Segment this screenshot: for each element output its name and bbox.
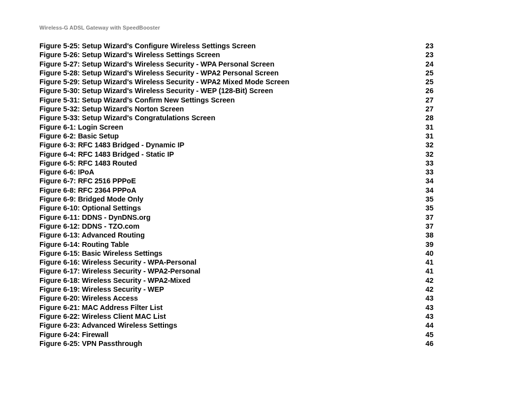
figure-entry: Figure 6-3: RFC 1483 Bridged - Dynamic I…	[39, 140, 433, 149]
figure-entry: Figure 5-33: Setup Wizard's Congratulati…	[39, 113, 433, 122]
figure-title: Figure 6-4: RFC 1483 Bridged - Static IP	[39, 150, 174, 159]
figure-entry: Figure 6-15: Basic Wireless Settings40	[39, 249, 433, 258]
figure-entry: Figure 6-4: RFC 1483 Bridged - Static IP…	[39, 150, 433, 159]
figure-title: Figure 6-1: Login Screen	[39, 123, 123, 132]
figure-title: Figure 6-19: Wireless Security - WEP	[39, 285, 164, 294]
figure-title: Figure 6-25: VPN Passthrough	[39, 339, 142, 348]
figure-title: Figure 6-11: DDNS - DynDNS.org	[39, 213, 151, 222]
figure-title: Figure 6-8: RFC 2364 PPPoA	[39, 186, 136, 195]
figure-entry: Figure 6-19: Wireless Security - WEP42	[39, 285, 433, 294]
figure-page-number: 32	[419, 150, 433, 159]
figure-page-number: 23	[419, 50, 433, 59]
figure-entry: Figure 6-1: Login Screen31	[39, 123, 433, 132]
figure-title: Figure 6-2: Basic Setup	[39, 132, 119, 140]
figure-page-number: 25	[419, 77, 433, 86]
figure-title: Figure 5-26: Setup Wizard's Wireless Set…	[39, 50, 220, 59]
figure-entry: Figure 6-21: MAC Address Filter List43	[39, 303, 433, 312]
figure-entry: Figure 5-29: Setup Wizard's Wireless Sec…	[39, 77, 433, 86]
figure-entry: Figure 6-25: VPN Passthrough46	[39, 339, 433, 348]
figure-page-number: 37	[419, 213, 433, 222]
figure-title: Figure 6-3: RFC 1483 Bridged - Dynamic I…	[39, 140, 184, 149]
figure-page-number: 27	[419, 96, 433, 104]
figure-page-number: 43	[419, 312, 433, 321]
figure-page-number: 27	[419, 104, 433, 113]
figure-page-number: 45	[419, 330, 433, 339]
figure-title: Figure 6-15: Basic Wireless Settings	[39, 249, 163, 258]
figure-title: Figure 6-14: Routing Table	[39, 240, 129, 249]
figure-entry: Figure 6-14: Routing Table39	[39, 240, 433, 249]
document-page: Wireless-G ADSL Gateway with SpeedBooste…	[0, 0, 532, 411]
figure-page-number: 44	[419, 321, 433, 330]
figure-page-number: 35	[419, 204, 433, 212]
figure-entry: Figure 5-32: Setup Wizard's Norton Scree…	[39, 104, 433, 113]
figure-page-number: 34	[419, 186, 433, 195]
figure-entry: Figure 5-27: Setup Wizard's Wireless Sec…	[39, 60, 433, 68]
figure-page-number: 32	[419, 140, 433, 149]
figure-title: Figure 6-5: RFC 1483 Routed	[39, 159, 137, 168]
figure-page-number: 39	[419, 240, 433, 249]
figure-title: Figure 6-24: Firewall	[39, 330, 108, 339]
figure-title: Figure 6-10: Optional Settings	[39, 204, 141, 212]
figure-title: Figure 5-32: Setup Wizard's Norton Scree…	[39, 104, 184, 113]
figure-entry: Figure 6-2: Basic Setup31	[39, 132, 433, 140]
figure-entry: Figure 6-9: Bridged Mode Only35	[39, 195, 433, 204]
figure-title: Figure 6-22: Wireless Client MAC List	[39, 312, 166, 321]
figure-entry: Figure 5-30: Setup Wizard's Wireless Sec…	[39, 86, 433, 95]
figure-page-number: 26	[419, 86, 433, 95]
figure-page-number: 23	[419, 41, 433, 50]
figure-title: Figure 6-23: Advanced Wireless Settings	[39, 321, 177, 330]
figure-entry: Figure 6-10: Optional Settings35	[39, 204, 433, 212]
figure-entry: Figure 6-17: Wireless Security - WPA2-Pe…	[39, 267, 433, 275]
figure-entry: Figure 5-31: Setup Wizard's Confirm New …	[39, 96, 433, 104]
figure-entry: Figure 6-20: Wireless Access43	[39, 294, 433, 303]
figure-title: Figure 5-29: Setup Wizard's Wireless Sec…	[39, 77, 289, 86]
figure-page-number: 41	[419, 267, 433, 275]
figure-title: Figure 6-6: IPoA	[39, 168, 94, 176]
figure-page-number: 24	[419, 60, 433, 68]
figure-entry: Figure 5-28: Setup Wizard's Wireless Sec…	[39, 68, 433, 77]
figure-title: Figure 6-21: MAC Address Filter List	[39, 303, 163, 312]
figure-page-number: 33	[419, 159, 433, 168]
figure-page-number: 43	[419, 303, 433, 312]
figure-title: Figure 6-12: DDNS - TZO.com	[39, 222, 139, 231]
figure-title: Figure 6-7: RFC 2516 PPPoE	[39, 176, 136, 185]
figure-title: Figure 5-30: Setup Wizard's Wireless Sec…	[39, 86, 273, 95]
figure-entry: Figure 6-13: Advanced Routing38	[39, 231, 433, 240]
figure-entry: Figure 6-16: Wireless Security - WPA-Per…	[39, 258, 433, 267]
figure-title: Figure 5-27: Setup Wizard's Wireless Sec…	[39, 60, 274, 68]
figure-page-number: 40	[419, 249, 433, 258]
figure-title: Figure 5-31: Setup Wizard's Confirm New …	[39, 96, 235, 104]
figure-entry: Figure 6-23: Advanced Wireless Settings4…	[39, 321, 433, 330]
figure-title: Figure 6-17: Wireless Security - WPA2-Pe…	[39, 267, 200, 275]
figure-page-number: 43	[419, 294, 433, 303]
figure-page-number: 42	[419, 276, 433, 285]
figure-title: Figure 6-18: Wireless Security - WPA2-Mi…	[39, 276, 191, 285]
page-header: Wireless-G ADSL Gateway with SpeedBooste…	[39, 25, 493, 31]
figure-entry: Figure 5-25: Setup Wizard's Configure Wi…	[39, 41, 433, 50]
figure-page-number: 35	[419, 195, 433, 204]
figure-title: Figure 6-9: Bridged Mode Only	[39, 195, 143, 204]
figure-page-number: 25	[419, 68, 433, 77]
figure-entry: Figure 6-8: RFC 2364 PPPoA34	[39, 186, 433, 195]
figure-entry: Figure 6-6: IPoA33	[39, 168, 433, 176]
figure-entry: Figure 6-22: Wireless Client MAC List43	[39, 312, 433, 321]
figure-page-number: 38	[419, 231, 433, 240]
figure-page-number: 33	[419, 168, 433, 176]
figure-page-number: 37	[419, 222, 433, 231]
figure-title: Figure 6-13: Advanced Routing	[39, 231, 145, 240]
figure-list: Figure 5-25: Setup Wizard's Configure Wi…	[39, 41, 433, 348]
figure-entry: Figure 6-18: Wireless Security - WPA2-Mi…	[39, 276, 433, 285]
figure-title: Figure 6-20: Wireless Access	[39, 294, 138, 303]
figure-page-number: 28	[419, 113, 433, 122]
figure-title: Figure 6-16: Wireless Security - WPA-Per…	[39, 258, 197, 267]
figure-page-number: 31	[419, 123, 433, 132]
figure-entry: Figure 6-12: DDNS - TZO.com37	[39, 222, 433, 231]
figure-page-number: 31	[419, 132, 433, 140]
figure-page-number: 34	[419, 176, 433, 185]
figure-page-number: 42	[419, 285, 433, 294]
figure-entry: Figure 6-11: DDNS - DynDNS.org37	[39, 213, 433, 222]
figure-title: Figure 5-28: Setup Wizard's Wireless Sec…	[39, 68, 279, 77]
figure-page-number: 41	[419, 258, 433, 267]
figure-title: Figure 5-25: Setup Wizard's Configure Wi…	[39, 41, 256, 50]
figure-page-number: 46	[419, 339, 433, 348]
